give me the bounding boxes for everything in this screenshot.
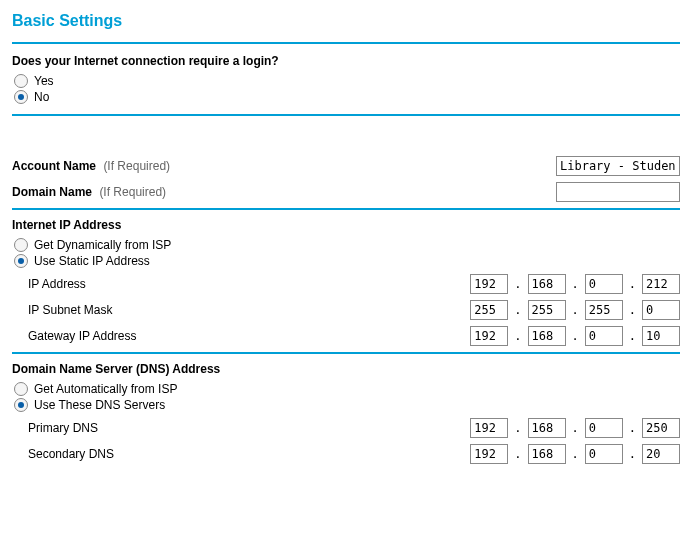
dot-separator: . — [629, 421, 636, 435]
login-no-radio[interactable] — [14, 90, 28, 104]
subnet-b[interactable] — [528, 300, 566, 320]
dns-use-radio[interactable] — [14, 398, 28, 412]
ip-subnet-fields: . . . — [470, 300, 680, 320]
domain-name-sublabel: (If Required) — [99, 185, 166, 199]
internet-ip-header: Internet IP Address — [12, 218, 680, 232]
domain-name-label: Domain Name — [12, 185, 92, 199]
dns-header: Domain Name Server (DNS) Address — [12, 362, 680, 376]
dns-auto-label[interactable]: Get Automatically from ISP — [34, 382, 177, 396]
ip-address-a[interactable] — [470, 274, 508, 294]
dot-separator: . — [572, 421, 579, 435]
dot-separator: . — [514, 303, 521, 317]
ip-address-label: IP Address — [28, 277, 86, 291]
primary-dns-d[interactable] — [642, 418, 680, 438]
subnet-d[interactable] — [642, 300, 680, 320]
login-no-label[interactable]: No — [34, 90, 49, 104]
ip-static-label[interactable]: Use Static IP Address — [34, 254, 150, 268]
gateway-c[interactable] — [585, 326, 623, 346]
secondary-dns-a[interactable] — [470, 444, 508, 464]
dot-separator: . — [514, 329, 521, 343]
secondary-dns-fields: . . . — [470, 444, 680, 464]
domain-name-input[interactable] — [556, 182, 680, 202]
account-name-sublabel: (If Required) — [103, 159, 170, 173]
page-title: Basic Settings — [12, 12, 680, 30]
account-name-input[interactable] — [556, 156, 680, 176]
dns-auto-radio[interactable] — [14, 382, 28, 396]
primary-dns-label: Primary DNS — [28, 421, 98, 435]
primary-dns-b[interactable] — [528, 418, 566, 438]
secondary-dns-label: Secondary DNS — [28, 447, 114, 461]
dot-separator: . — [514, 277, 521, 291]
login-yes-radio[interactable] — [14, 74, 28, 88]
gateway-label: Gateway IP Address — [28, 329, 137, 343]
dot-separator: . — [572, 447, 579, 461]
dot-separator: . — [572, 277, 579, 291]
ip-dynamic-radio[interactable] — [14, 238, 28, 252]
primary-dns-c[interactable] — [585, 418, 623, 438]
ip-address-c[interactable] — [585, 274, 623, 294]
dot-separator: . — [514, 447, 521, 461]
dot-separator: . — [629, 447, 636, 461]
divider — [12, 352, 680, 354]
dot-separator: . — [629, 277, 636, 291]
ip-subnet-label: IP Subnet Mask — [28, 303, 113, 317]
gateway-fields: . . . — [470, 326, 680, 346]
account-name-label: Account Name — [12, 159, 96, 173]
gateway-d[interactable] — [642, 326, 680, 346]
dot-separator: . — [514, 421, 521, 435]
ip-static-radio[interactable] — [14, 254, 28, 268]
secondary-dns-c[interactable] — [585, 444, 623, 464]
gateway-a[interactable] — [470, 326, 508, 346]
secondary-dns-b[interactable] — [528, 444, 566, 464]
dot-separator: . — [572, 329, 579, 343]
primary-dns-fields: . . . — [470, 418, 680, 438]
ip-address-fields: . . . — [470, 274, 680, 294]
login-question: Does your Internet connection require a … — [12, 54, 680, 68]
ip-address-d[interactable] — [642, 274, 680, 294]
divider — [12, 208, 680, 210]
subnet-a[interactable] — [470, 300, 508, 320]
dot-separator: . — [629, 329, 636, 343]
dns-use-label[interactable]: Use These DNS Servers — [34, 398, 165, 412]
gateway-b[interactable] — [528, 326, 566, 346]
login-yes-label[interactable]: Yes — [34, 74, 54, 88]
subnet-c[interactable] — [585, 300, 623, 320]
secondary-dns-d[interactable] — [642, 444, 680, 464]
ip-dynamic-label[interactable]: Get Dynamically from ISP — [34, 238, 171, 252]
dot-separator: . — [629, 303, 636, 317]
dot-separator: . — [572, 303, 579, 317]
ip-address-b[interactable] — [528, 274, 566, 294]
primary-dns-a[interactable] — [470, 418, 508, 438]
